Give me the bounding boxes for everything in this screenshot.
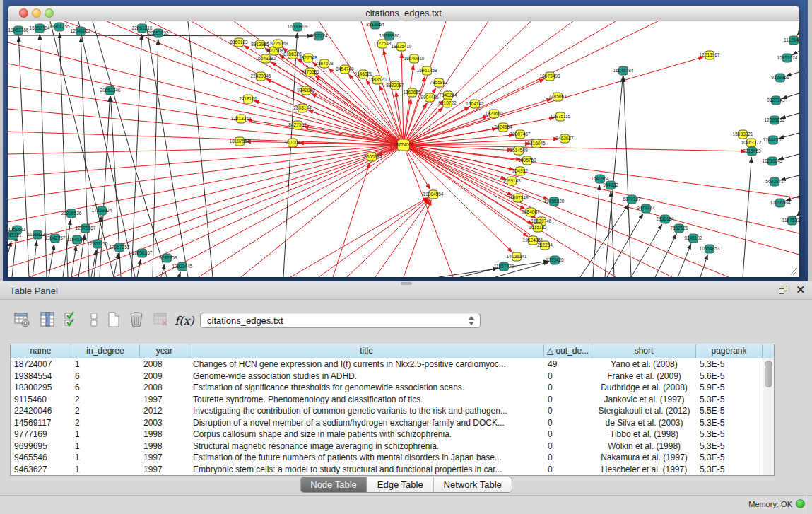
graph-node[interactable]: 252254 <box>537 241 553 250</box>
graph-node[interactable]: 16552784 <box>30 24 50 33</box>
graph-node[interactable]: 9245102 <box>684 234 702 243</box>
table-row[interactable]: 1872400712008Changes of HCN gene express… <box>11 358 763 370</box>
graph-node[interactable]: 9474444 <box>637 204 655 213</box>
resize-grip-icon[interactable] <box>788 266 798 276</box>
select-rows-icon[interactable] <box>61 311 82 332</box>
network-table-select[interactable]: citations_edges.txt <box>200 313 481 328</box>
graph-node[interactable]: 16640910 <box>404 54 425 63</box>
graph-node[interactable]: 11957423 <box>494 262 514 271</box>
table-row[interactable]: 1938455462009Genome-wide association stu… <box>11 370 763 382</box>
column-header-2[interactable]: year <box>140 344 189 358</box>
graph-node[interactable]: 12093832 <box>765 116 785 124</box>
graph-node[interactable]: 16961758 <box>417 66 437 75</box>
graph-node[interactable]: 6216045 <box>527 139 546 148</box>
graph-node[interactable]: 19756928 <box>544 197 565 206</box>
graph-node[interactable]: 1122548 <box>374 40 392 48</box>
table-row[interactable]: 911546021997Tourette syndrome. Phenomeno… <box>11 394 763 406</box>
tab-node-table[interactable]: Node Table <box>300 477 367 492</box>
graph-node[interactable]: 20206526 <box>61 209 82 218</box>
graph-node[interactable]: 11675331 <box>782 216 799 225</box>
graph-node[interactable]: 854932 <box>512 167 528 175</box>
graph-node[interactable]: 16782753 <box>157 254 177 262</box>
graph-node[interactable]: 9329966 <box>771 74 789 82</box>
graph-node[interactable]: 954832 <box>603 181 618 189</box>
table-row[interactable]: 1830029562008Estimation of significance … <box>11 382 763 394</box>
graph-node[interactable]: 10463172 <box>741 139 762 147</box>
graph-node[interactable]: 2803144 <box>293 104 312 112</box>
graph-node[interactable]: 17957253 <box>110 243 130 252</box>
graph-node[interactable]: 18807249 <box>508 194 529 202</box>
table-header-row[interactable]: namein_degreeyeartitle△ out_de...shortpa… <box>11 344 774 358</box>
table-row[interactable]: 1456911722003Disruption of a novel membe… <box>11 417 763 429</box>
table-scrollbar[interactable] <box>763 358 774 475</box>
graph-node[interactable]: 7857224 <box>310 32 328 40</box>
graph-node[interactable]: 7632621 <box>670 224 688 233</box>
graph-node[interactable]: 12505135 <box>88 240 108 248</box>
graph-node[interactable]: 19053766 <box>8 26 29 35</box>
graph-node[interactable]: 18107554 <box>230 137 250 146</box>
table-row[interactable]: 946554611997Estimation of the future num… <box>11 452 763 464</box>
table-row[interactable]: 946362711997Embryonic stem cells: a mode… <box>11 464 763 476</box>
graph-node[interactable]: 13942757 <box>45 234 66 243</box>
table-row[interactable]: 969969511998Structural magnetic resonanc… <box>11 440 763 452</box>
graph-node[interactable]: 11126442 <box>784 36 799 45</box>
column-edit-icon[interactable] <box>37 311 58 332</box>
panel-divider-handle[interactable] <box>401 282 412 285</box>
graph-node[interactable]: 12213967 <box>700 51 720 59</box>
network-svg[interactable]: 1872400718300295183254191664091016961758… <box>8 21 799 277</box>
clear-selection-icon[interactable] <box>83 311 105 332</box>
column-header-0[interactable]: name <box>11 344 71 358</box>
graph-node[interactable]: 7485063 <box>548 93 567 101</box>
graph-node[interactable]: 20553792 <box>148 29 169 37</box>
graph-node[interactable]: 2935114 <box>657 215 674 223</box>
graph-node[interactable]: 9227343 <box>767 96 785 105</box>
graph-node[interactable]: 1615132 <box>529 223 547 232</box>
graph-node[interactable]: 15938221 <box>733 130 753 139</box>
float-panel-icon[interactable] <box>779 286 788 295</box>
network-window-titlebar[interactable]: citations_edges.txt <box>8 6 799 21</box>
tab-network-table[interactable]: Network Table <box>433 477 512 492</box>
graph-node[interactable]: 18300295 <box>362 153 382 161</box>
column-header-4[interactable]: △ out_de... <box>544 344 592 358</box>
graph-node[interactable]: 12975887 <box>76 224 96 233</box>
new-file-icon[interactable] <box>103 311 124 332</box>
column-header-5[interactable]: short <box>592 344 696 358</box>
graph-node[interactable]: 12975115 <box>551 112 571 121</box>
memory-ok-indicator[interactable] <box>796 499 805 508</box>
graph-node[interactable]: 1733426 <box>546 256 564 264</box>
graph-node[interactable]: 3915301 <box>8 231 22 240</box>
table-row[interactable]: 2242004622012Investigating the contribut… <box>11 405 763 417</box>
graph-node[interactable]: 11545194 <box>67 235 88 244</box>
delete-icon[interactable] <box>126 311 147 332</box>
graph-node[interactable]: 16648784 <box>613 66 634 75</box>
column-header-3[interactable]: title <box>189 344 544 358</box>
graph-node[interactable]: 19384554 <box>423 190 444 199</box>
graph-node[interactable]: 1099143 <box>502 177 521 185</box>
network-canvas[interactable]: 1872400718300295183254191664091016961758… <box>8 21 799 277</box>
graph-node[interactable]: 15751074 <box>777 54 798 62</box>
graph-node[interactable]: 6879197 <box>623 195 641 204</box>
graph-node[interactable]: 1588520 <box>368 76 387 84</box>
graph-node[interactable]: 8454749 <box>336 65 354 74</box>
graph-node[interactable]: 917004 <box>285 139 300 147</box>
column-header-1[interactable]: in_degree <box>71 344 140 358</box>
graph-node[interactable]: 6210722 <box>438 99 457 107</box>
graph-node[interactable]: 1362615 <box>403 88 421 97</box>
close-panel-icon[interactable]: ✕ <box>796 284 805 296</box>
graph-node[interactable]: 1895759 <box>518 156 536 165</box>
graph-node[interactable]: 18325419 <box>392 42 412 51</box>
graph-node[interactable]: 20053346 <box>100 86 121 95</box>
graph-node[interactable]: 12444151 <box>763 136 784 144</box>
graph-node[interactable]: 16958167 <box>132 249 153 257</box>
function-builder-icon[interactable]: f(x) <box>174 311 195 332</box>
tab-edge-table[interactable]: Edge Table <box>367 477 433 492</box>
graph-node[interactable]: 17359924 <box>92 206 112 215</box>
graph-node[interactable]: 5692971 <box>765 177 784 186</box>
graph-node[interactable]: 9242848 <box>297 86 315 95</box>
graph-node[interactable]: 8813054 <box>366 21 384 29</box>
graph-node[interactable]: 16033809 <box>288 23 308 31</box>
graph-node[interactable]: 19218986 <box>379 32 400 40</box>
graph-node[interactable]: 14136141 <box>507 252 527 261</box>
graph-node[interactable]: 12923445 <box>172 262 193 271</box>
graph-node[interactable]: 10954853 <box>700 245 720 253</box>
